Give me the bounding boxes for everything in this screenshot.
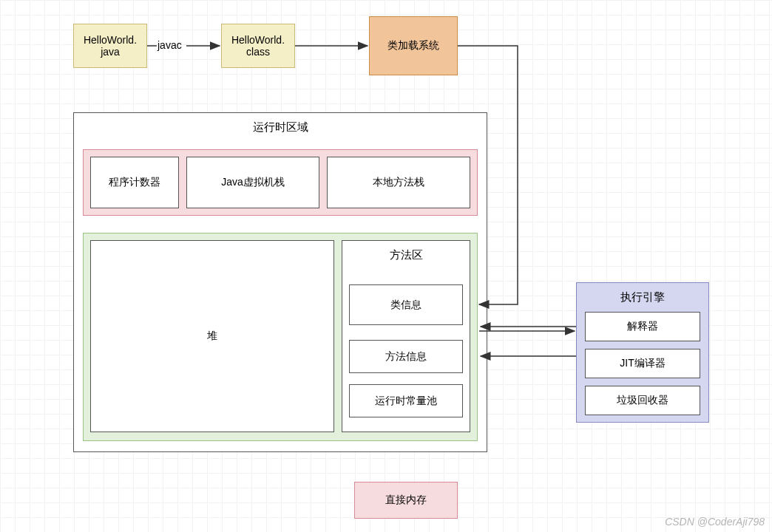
class-info-label: 类信息 xyxy=(390,299,421,312)
jit-box: JIT编译器 xyxy=(585,349,700,378)
class-file-box: HelloWorld. class xyxy=(221,24,295,68)
gc-box: 垃圾回收器 xyxy=(585,386,700,415)
gc-label: 垃圾回收器 xyxy=(617,394,668,407)
watermark-text: CSDN @CoderAji798 xyxy=(665,516,765,528)
class-file-label: HelloWorld. class xyxy=(231,34,285,58)
method-info-label: 方法信息 xyxy=(385,350,427,364)
jvm-stack-label: Java虚拟机栈 xyxy=(221,176,285,189)
heap-box: 堆 xyxy=(90,240,334,432)
source-file-label: HelloWorld. java xyxy=(84,34,137,58)
compiler-label: javac xyxy=(158,39,182,51)
watermark: CSDN @CoderAji798 xyxy=(665,516,765,528)
direct-memory-label: 直接内存 xyxy=(385,494,427,507)
compiler-text: javac xyxy=(158,39,182,51)
pc-register-box: 程序计数器 xyxy=(90,157,179,208)
native-stack-box: 本地方法栈 xyxy=(327,157,470,208)
exec-engine-title: 执行引擎 xyxy=(577,290,708,304)
jit-label: JIT编译器 xyxy=(620,357,665,370)
direct-memory-box: 直接内存 xyxy=(354,482,458,519)
method-info-box: 方法信息 xyxy=(349,340,463,373)
class-info-box: 类信息 xyxy=(349,284,463,325)
class-loader-label: 类加载系统 xyxy=(387,39,439,52)
pc-register-label: 程序计数器 xyxy=(109,176,160,189)
runtime-title: 运行时区域 xyxy=(74,120,487,134)
interpreter-label: 解释器 xyxy=(627,320,658,333)
const-pool-label: 运行时常量池 xyxy=(375,395,437,408)
source-file-box: HelloWorld. java xyxy=(73,24,147,68)
jvm-stack-box: Java虚拟机栈 xyxy=(186,157,319,208)
heap-label: 堆 xyxy=(207,330,217,343)
const-pool-box: 运行时常量池 xyxy=(349,384,463,417)
class-loader-box: 类加载系统 xyxy=(369,16,458,75)
method-area-title: 方法区 xyxy=(342,248,470,262)
interpreter-box: 解释器 xyxy=(585,312,700,341)
native-stack-label: 本地方法栈 xyxy=(373,176,424,189)
